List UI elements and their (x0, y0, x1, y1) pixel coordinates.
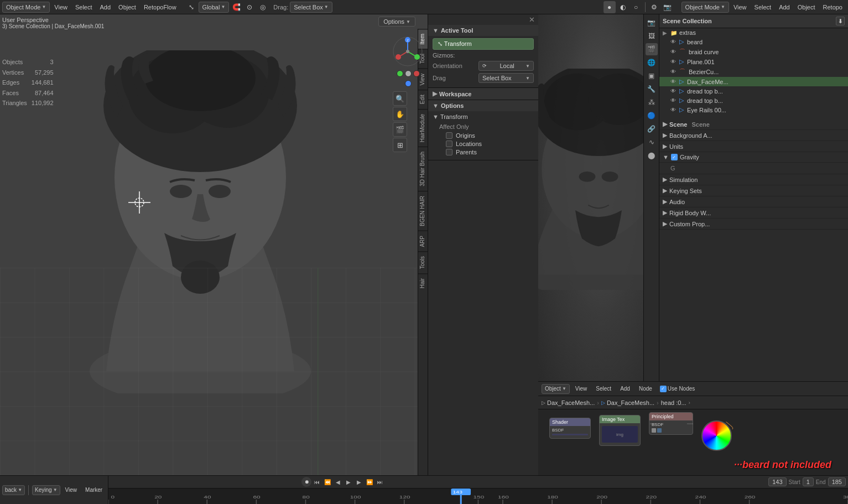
current-frame-field[interactable]: 143 (768, 477, 786, 486)
right-object-menu[interactable]: Object (794, 3, 819, 12)
gravity-checkbox[interactable]: ✓ (671, 154, 678, 160)
orientation-field[interactable]: ⟳ Local ▼ (478, 61, 534, 71)
collection-item-dax[interactable]: 👁 ▷ Dax_FaceMe... (659, 77, 848, 86)
output-prop-icon[interactable]: 🖼 (646, 30, 658, 42)
skip-start-button[interactable]: ⏮ (312, 477, 322, 487)
background-section[interactable]: ▶ Background A... (659, 130, 848, 141)
side-tab-tools[interactable]: Tools (418, 251, 428, 273)
play-button[interactable]: ▶ (344, 477, 353, 487)
prev-keyframe-button[interactable]: ◀ (333, 477, 343, 487)
use-nodes-checkbox[interactable]: ✓ (660, 386, 667, 392)
node-select-menu[interactable]: Select (592, 385, 615, 393)
pivot-icon[interactable]: ◎ (257, 1, 269, 13)
keying-dropdown[interactable]: Keying ▼ (32, 485, 60, 495)
viewport-shading-solid[interactable]: ● (604, 1, 616, 13)
camera-tool[interactable]: 🎬 (393, 122, 407, 137)
node-view-menu[interactable]: View (572, 385, 591, 393)
bc-item3[interactable]: head :0... (661, 399, 686, 406)
grid-tool[interactable]: ⊞ (393, 138, 407, 152)
render-prop-icon[interactable]: 📷 (646, 17, 658, 29)
right-add-menu[interactable]: Add (776, 3, 793, 12)
next-frame-button[interactable]: ⏩ (365, 477, 374, 487)
color-wheel-node[interactable] (701, 420, 732, 451)
units-section[interactable]: ▶ Units (659, 141, 848, 152)
gizmo-display[interactable]: Z (393, 37, 423, 67)
origins-checkbox[interactable] (446, 132, 452, 139)
right-view-menu[interactable]: View (730, 3, 750, 12)
world-prop-icon[interactable]: 🌐 (646, 56, 658, 69)
record-button[interactable]: ⏺ (301, 477, 311, 487)
side-tab-hair[interactable]: Hair (418, 273, 428, 293)
collection-item-beard[interactable]: 👁 ▷ beard (659, 37, 848, 46)
next-keyframe-button[interactable]: ▶ (354, 477, 364, 487)
side-tab-arp[interactable]: ARP (418, 231, 428, 252)
active-tool-header[interactable]: ▼ Active Tool (428, 25, 538, 36)
workspace-header[interactable]: ▶ Workspace (428, 88, 538, 100)
physics-prop-icon[interactable]: 🔵 (646, 110, 658, 122)
pan-tool[interactable]: ✋ (393, 107, 407, 121)
node-box-2[interactable]: Image Tex img (599, 415, 641, 446)
parents-checkbox[interactable] (446, 149, 452, 155)
side-tab-bgenhair[interactable]: BGEN HAIR (418, 191, 428, 231)
drag-dropdown[interactable]: Select Box ▼ (290, 2, 332, 13)
simulation-section[interactable]: ▶ Simulation (659, 174, 848, 185)
bc-item1[interactable]: ▷ Dax_FaceMesh... (542, 399, 595, 406)
mode-dropdown[interactable]: Object Mode ▼ (2, 2, 50, 13)
render-icon[interactable]: 📷 (662, 1, 674, 13)
transform-icon[interactable]: ⤡ (185, 1, 197, 13)
locations-checkbox[interactable] (446, 141, 452, 147)
retopoflow-menu[interactable]: RetopoFlow (141, 3, 180, 12)
gravity-section[interactable]: ▼ ✓ Gravity (659, 152, 848, 163)
node-box-1[interactable]: Shader BSDF (549, 418, 591, 439)
drag-field[interactable]: Select Box ▼ (478, 73, 534, 83)
options-button[interactable]: Options ▼ (378, 17, 415, 27)
magnify-tool[interactable]: 🔍 (393, 91, 407, 106)
right-retopoflow-menu[interactable]: Retopo (820, 3, 846, 12)
viewport-area[interactable]: Options ▼ User Perspective 3) Scene Coll… (0, 14, 428, 475)
collection-item-extras[interactable]: ▶ 📁 extras (659, 28, 848, 37)
render-viewport[interactable] (538, 14, 643, 381)
bc-item2[interactable]: ▷ Dax_FaceMesh... (601, 399, 654, 406)
end-frame-field[interactable]: 185 (828, 477, 846, 486)
prev-frame-button[interactable]: ⏪ (322, 477, 332, 487)
orientation-dropdown[interactable]: Global ▼ (199, 2, 230, 13)
viewport-shading-render[interactable]: ○ (630, 1, 642, 13)
tl-marker-menu[interactable]: Marker (82, 486, 106, 494)
right-select-menu[interactable]: Select (751, 3, 775, 12)
options-header[interactable]: ▼ Options (428, 100, 538, 111)
timeline-ruler[interactable]: 0 20 40 60 80 100 120 14 (108, 489, 848, 504)
view-menu[interactable]: View (51, 3, 71, 12)
collection-item-dread1[interactable]: 👁 ▷ dread top b... (659, 86, 848, 96)
keying-section[interactable]: ▶ Keying Sets (659, 185, 848, 196)
particle-prop-icon[interactable]: ⁂ (646, 96, 658, 108)
object-menu[interactable]: Object (115, 3, 139, 12)
rigidbody-section[interactable]: ▶ Rigid Body W... (659, 207, 848, 219)
collection-item-bezier[interactable]: 👁 ⌒ BezierCu... (659, 66, 848, 77)
customprop-section[interactable]: ▶ Custom Prop... (659, 219, 848, 230)
snap-icon[interactable]: 🧲 (230, 1, 242, 13)
scene-section-header[interactable]: ▶ Scene Scene (659, 119, 848, 130)
panel-close-button[interactable]: ✕ (528, 15, 536, 24)
node-canvas[interactable]: Shader BSDF Image Tex img Principled (538, 409, 848, 475)
tl-view-menu[interactable]: View (62, 486, 81, 494)
render-settings-icon[interactable]: ⚙ (648, 1, 660, 13)
collection-item-plane[interactable]: 👁 ▷ Plane.001 (659, 57, 848, 66)
start-frame-field[interactable]: 1 (803, 477, 814, 486)
data-prop-icon[interactable]: ∿ (646, 136, 658, 148)
collection-item-dread2[interactable]: 👁 ▷ dread top b... (659, 96, 848, 105)
filter-icon[interactable]: ⬇ (836, 17, 845, 25)
right-mode-dropdown[interactable]: Object Mode ▼ (681, 2, 729, 13)
modifier-prop-icon[interactable]: 🔧 (646, 83, 658, 95)
collection-item-braid[interactable]: 👁 ⌒ braid curve (659, 46, 848, 57)
add-menu[interactable]: Add (97, 3, 115, 12)
node-mode-dropdown[interactable]: Object ▼ (542, 384, 570, 394)
node-add-menu[interactable]: Add (617, 385, 633, 393)
object-prop-icon[interactable]: ▣ (646, 70, 658, 82)
collection-item-eyerails[interactable]: 👁 ▷ Eye Rails 00... (659, 105, 848, 115)
scene-prop-icon[interactable]: 🎬 (646, 43, 658, 55)
node-node-menu[interactable]: Node (636, 385, 655, 393)
constraint-prop-icon[interactable]: 🔗 (646, 123, 658, 135)
skip-end-button[interactable]: ⏭ (375, 477, 385, 487)
viewport-shading-material[interactable]: ◐ (617, 1, 629, 13)
audio-section[interactable]: ▶ Audio (659, 196, 848, 207)
